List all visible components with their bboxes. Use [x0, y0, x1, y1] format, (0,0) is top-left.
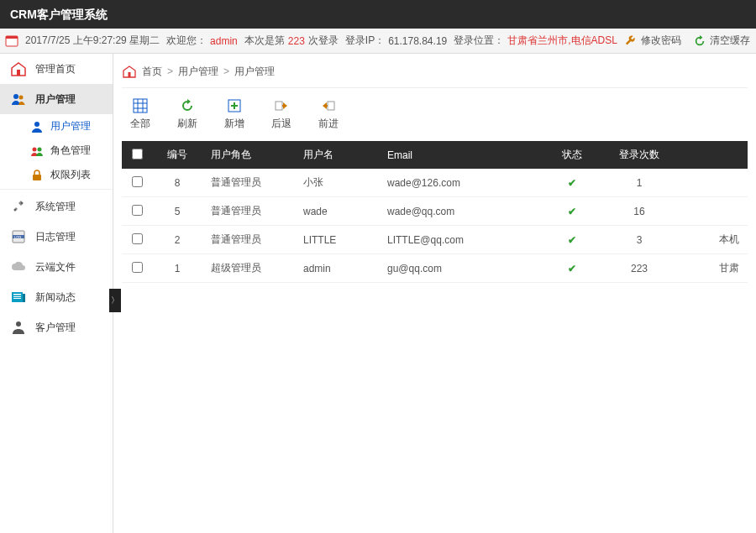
login-loc-value: 甘肃省兰州市,电信ADSL — [507, 34, 617, 48]
sidebar-item-label: 角色管理 — [50, 144, 91, 158]
sidebar-item-customer[interactable]: 客户管理 — [0, 312, 113, 342]
sidebar-sub-role-mgmt[interactable]: 角色管理 — [24, 138, 113, 163]
table-row[interactable]: 5普通管理员wadewade@qq.com✔16 — [122, 197, 748, 226]
toolbar-label: 前进 — [318, 117, 339, 131]
svg-rect-19 — [13, 294, 21, 295]
row-checkbox[interactable] — [132, 262, 143, 273]
sidebar-item-label: 日志管理 — [35, 230, 76, 244]
toolbar-refresh-button[interactable]: 刷新 — [172, 98, 202, 131]
svg-point-12 — [14, 209, 16, 211]
sidebar-item-cloud[interactable]: 云端文件 — [0, 252, 113, 282]
toolbar-all-button[interactable]: 全部 — [125, 98, 155, 131]
cloud-icon — [10, 259, 27, 275]
toolbar-back-button[interactable]: 后退 — [266, 98, 297, 131]
svg-rect-21 — [13, 298, 21, 299]
col-username: 用户名 — [295, 141, 379, 169]
toolbar: 全部 刷新 新增 后退 前进 — [122, 88, 748, 141]
svg-rect-18 — [23, 294, 25, 302]
change-password-link[interactable]: 修改密码 — [624, 34, 681, 48]
row-checkbox[interactable] — [132, 233, 143, 244]
col-role: 用户角色 — [202, 141, 295, 169]
cell-role: 超级管理员 — [202, 254, 295, 283]
sidebar-divider — [0, 189, 113, 190]
svg-rect-31 — [231, 105, 238, 107]
wrench-icon — [624, 34, 638, 48]
sidebar-item-user-mgmt[interactable]: 用户管理 — [0, 84, 113, 114]
cell-id: 2 — [152, 226, 202, 254]
app-header: CRM客户管理系统 — [0, 0, 756, 29]
calendar-icon — [5, 34, 18, 48]
refresh-icon — [693, 34, 706, 48]
login-count-suffix: 次登录 — [308, 34, 339, 48]
svg-rect-33 — [328, 102, 334, 110]
sidebar-collapse-handle[interactable]: 〉 — [109, 289, 121, 312]
svg-point-10 — [38, 147, 42, 151]
cell-id: 8 — [152, 169, 202, 197]
svg-rect-23 — [129, 72, 131, 77]
lock-icon — [30, 169, 44, 182]
login-ip-value: 61.178.84.19 — [388, 35, 447, 47]
gear-icon — [10, 198, 27, 215]
row-checkbox[interactable] — [132, 205, 143, 216]
check-icon: ✔ — [568, 177, 576, 189]
breadcrumb-l1[interactable]: 用户管理 — [178, 65, 218, 79]
cell-status: ✔ — [547, 169, 597, 197]
login-count-prefix: 本次是第 — [244, 34, 285, 48]
breadcrumb-l2: 用户管理 — [234, 65, 275, 79]
table-row[interactable]: 8普通管理员小张wade@126.com✔1 — [122, 169, 748, 197]
check-icon: ✔ — [568, 206, 576, 217]
cell-username: 小张 — [295, 169, 379, 197]
home-icon — [10, 60, 27, 77]
sidebar-submenu-user: 用户管理 角色管理 权限列表 — [0, 114, 113, 187]
sidebar-item-label: 云端文件 — [35, 260, 76, 274]
sidebar-item-news[interactable]: 新闻动态 — [0, 282, 113, 312]
customer-icon — [10, 319, 27, 336]
cell-email: LITTLE@qq.com — [379, 226, 547, 254]
status-bar: 2017/7/25 上午9:27:29 星期二 欢迎您： admin 本次是第 … — [0, 29, 756, 54]
sidebar-item-label: 新闻动态 — [35, 290, 76, 305]
table-row[interactable]: 2普通管理员LITTLELITTLE@qq.com✔3本机 — [122, 226, 748, 254]
sidebar-item-label: 管理首页 — [35, 62, 76, 76]
forward-icon — [320, 98, 337, 113]
select-all-checkbox[interactable] — [132, 149, 143, 159]
clear-cache-label: 清空缓存 — [710, 34, 750, 48]
cell-extra: 本机 — [681, 226, 748, 254]
toolbar-label: 刷新 — [177, 117, 197, 131]
sidebar-item-home[interactable]: 管理首页 — [0, 54, 113, 84]
main-layout: 管理首页 用户管理 用户管理 角色管理 权限列表 系统管理 — [0, 54, 756, 533]
sidebar: 管理首页 用户管理 用户管理 角色管理 权限列表 系统管理 — [0, 54, 113, 533]
toolbar-add-button[interactable]: 新增 — [219, 98, 249, 131]
table-body: 8普通管理员小张wade@126.com✔15普通管理员wadewade@qq.… — [122, 169, 748, 283]
breadcrumb-sep: > — [223, 65, 229, 77]
add-icon — [226, 98, 243, 113]
sidebar-sub-perm-list[interactable]: 权限列表 — [24, 163, 113, 187]
col-id: 编号 — [152, 141, 202, 169]
col-logincount: 登录次数 — [597, 141, 681, 169]
breadcrumb-home[interactable]: 首页 — [142, 65, 162, 79]
col-status: 状态 — [547, 141, 597, 169]
svg-rect-32 — [276, 102, 282, 110]
back-icon — [273, 98, 290, 113]
clear-cache-link[interactable]: 清空缓存 — [693, 34, 750, 48]
svg-point-7 — [19, 96, 24, 100]
sidebar-item-logs[interactable]: LOG 日志管理 — [0, 222, 113, 252]
sidebar-item-system[interactable]: 系统管理 — [0, 191, 113, 222]
cell-extra — [681, 169, 748, 197]
svg-text:LOG: LOG — [14, 235, 21, 239]
cell-email: gu@qq.com — [379, 254, 547, 283]
cell-email: wade@126.com — [379, 169, 547, 197]
refresh-icon — [179, 98, 196, 113]
table-row[interactable]: 1超级管理员admingu@qq.com✔223甘肃 — [122, 254, 748, 283]
login-ip-label: 登录IP： — [345, 34, 385, 48]
col-extra — [681, 141, 748, 169]
svg-rect-5 — [17, 70, 20, 76]
row-checkbox[interactable] — [132, 176, 143, 187]
toolbar-forward-button[interactable]: 前进 — [313, 98, 344, 131]
sidebar-sub-user-mgmt[interactable]: 用户管理 — [24, 114, 113, 138]
svg-rect-24 — [134, 99, 147, 112]
svg-rect-20 — [13, 296, 21, 297]
login-loc-label: 登录位置： — [454, 34, 504, 48]
cell-logincount: 223 — [597, 254, 681, 283]
grid-icon — [132, 98, 149, 113]
svg-rect-11 — [33, 175, 41, 180]
